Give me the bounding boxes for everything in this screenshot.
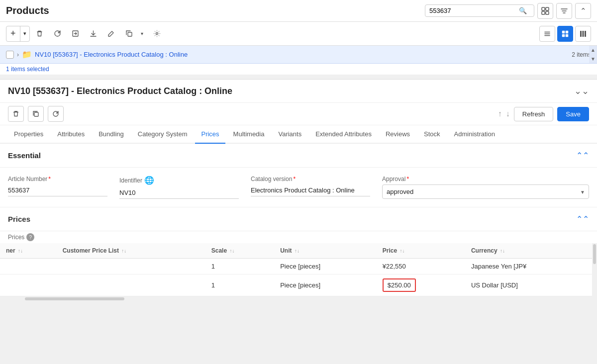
col-price-sort[interactable]: ↑↓ (399, 248, 404, 254)
essential-collapse-button[interactable]: ⌃⌃ (576, 151, 589, 160)
detail-toolbar: ↑ ↓ Refresh Save (0, 103, 597, 125)
row2-price-cell: $250.00 (377, 274, 465, 296)
col-price-label: Price (383, 247, 397, 254)
edit-button[interactable] (103, 26, 119, 42)
list-view-button[interactable] (539, 26, 555, 42)
col-scale: Scale ↑↓ (205, 243, 274, 259)
detail-header: NV10 [553637] - Electronics Product Cata… (0, 80, 597, 103)
prices-collapse-button[interactable]: ⌃⌃ (576, 214, 589, 224)
grid-view-button[interactable] (557, 26, 573, 42)
row2-unit: Piece [pieces] (274, 274, 377, 296)
download-button[interactable] (86, 26, 101, 42)
identifier-input[interactable] (119, 187, 239, 199)
col-unit: Unit ↑↓ (274, 243, 377, 259)
clone-dropdown-icon: ▾ (141, 31, 143, 36)
grid-view-icon (562, 30, 569, 37)
tab-stock[interactable]: Stock (418, 125, 446, 144)
detail-delete-button[interactable] (8, 106, 24, 122)
col-scale-sort[interactable]: ↑↓ (229, 248, 234, 254)
tab-properties[interactable]: Properties (8, 125, 49, 144)
row1-currency: Japanese Yen [JP¥ (465, 259, 597, 274)
save-button[interactable]: Save (557, 107, 589, 121)
row2-ner (0, 274, 57, 296)
refresh-button[interactable] (50, 26, 66, 42)
approval-select-wrap: approved check unapproved (382, 184, 589, 199)
scrollbar-h-thumb (25, 297, 124, 300)
add-dropdown-icon[interactable]: ▾ (20, 26, 29, 41)
clone-icon (125, 30, 133, 37)
tab-variants[interactable]: Variants (272, 125, 307, 144)
tab-extended-attributes[interactable]: Extended Attributes (309, 125, 378, 144)
globe-icon[interactable]: 🌐 (144, 176, 154, 185)
advanced-search-icon (541, 7, 549, 15)
row2-currency: US Dollar [USD] (465, 274, 597, 296)
col-cpl-sort[interactable]: ↑↓ (121, 248, 126, 254)
breadcrumb-expand-icon[interactable]: › (17, 51, 19, 58)
col-ner-sort[interactable]: ↑↓ (18, 248, 23, 254)
breadcrumb-scroll-up[interactable]: ▲ (589, 46, 597, 55)
row2-cpl (57, 274, 205, 296)
col-ner-label: ner (6, 247, 15, 254)
breadcrumb-bar: › 📁 NV10 [553637] - Electronics Product … (0, 46, 597, 64)
row2-scale: 1 (205, 274, 274, 296)
breadcrumb-scroll-down[interactable]: ▼ (589, 55, 597, 64)
svg-rect-14 (34, 112, 38, 116)
article-number-input[interactable] (8, 184, 107, 196)
detail-copy-button[interactable] (28, 106, 44, 122)
tab-bundling[interactable]: Bundling (93, 125, 130, 144)
download-icon (90, 30, 97, 37)
detail-delete-icon (12, 110, 19, 117)
breadcrumb-checkbox[interactable] (6, 51, 14, 59)
clone-button[interactable] (121, 26, 137, 42)
tab-reviews[interactable]: Reviews (380, 125, 416, 144)
selected-info-bar: 1 items selected (0, 64, 597, 75)
navigate-up-button[interactable]: ↑ (498, 109, 502, 118)
navigate-down-button[interactable]: ↓ (506, 109, 510, 118)
clone-button-group: ▾ (121, 26, 147, 42)
horizontal-scrollbar[interactable] (0, 296, 597, 301)
tab-administration[interactable]: Administration (448, 125, 501, 144)
col-currency-sort[interactable]: ↑↓ (500, 248, 505, 254)
prices-section: Prices ⌃⌃ Prices ? ner ↑↓ Customer Price… (0, 207, 597, 301)
svg-rect-7 (562, 31, 565, 33)
advanced-search-button[interactable] (537, 3, 553, 19)
detail-refresh-button[interactable] (48, 106, 64, 122)
clone-dropdown-button[interactable]: ▾ (137, 26, 147, 42)
search-input[interactable] (429, 7, 519, 14)
approval-label: Approval (382, 176, 589, 182)
tab-prices[interactable]: Prices (195, 125, 225, 144)
tab-category-system[interactable]: Category System (132, 125, 194, 144)
add-button[interactable]: + ▾ (6, 26, 30, 42)
svg-rect-5 (128, 32, 132, 36)
settings-icon (153, 30, 161, 37)
delete-button[interactable] (32, 26, 48, 42)
vertical-scrollbar[interactable] (592, 243, 597, 296)
collapse-header-button[interactable]: ⌃ (575, 3, 591, 19)
settings-button[interactable] (149, 26, 165, 42)
tile-view-button[interactable] (575, 26, 591, 42)
col-unit-sort[interactable]: ↑↓ (295, 248, 299, 254)
search-icon[interactable]: 🔍 (519, 7, 527, 14)
tab-attributes[interactable]: Attributes (51, 125, 91, 144)
catalog-version-input[interactable] (251, 184, 370, 196)
prices-help-icon[interactable]: ? (26, 233, 34, 241)
refresh-button-main[interactable]: Refresh (514, 107, 554, 121)
approval-select[interactable]: approved check unapproved (382, 184, 589, 199)
breadcrumb-path: NV10 [553637] - Electronics Product Cata… (35, 51, 188, 58)
detail-header-right: ⌄⌄ (574, 86, 589, 96)
tabs-bar: Properties Attributes Bundling Category … (0, 125, 597, 144)
col-currency: Currency ↑↓ (465, 243, 597, 259)
filter-icon (560, 7, 568, 15)
svg-rect-0 (542, 7, 545, 10)
svg-rect-13 (585, 31, 586, 37)
export-button[interactable] (68, 26, 84, 42)
search-box: 🔍 (425, 4, 534, 17)
tab-multimedia[interactable]: Multimedia (227, 125, 271, 144)
identifier-field: Identifier 🌐 (119, 176, 239, 199)
detail-collapse-button[interactable]: ⌄⌄ (574, 86, 589, 96)
add-main-label[interactable]: + (6, 26, 20, 41)
prices-section-title: Prices (8, 215, 576, 223)
view-buttons (539, 26, 591, 42)
filter-button[interactable] (556, 3, 572, 19)
detail-copy-icon (32, 110, 39, 117)
